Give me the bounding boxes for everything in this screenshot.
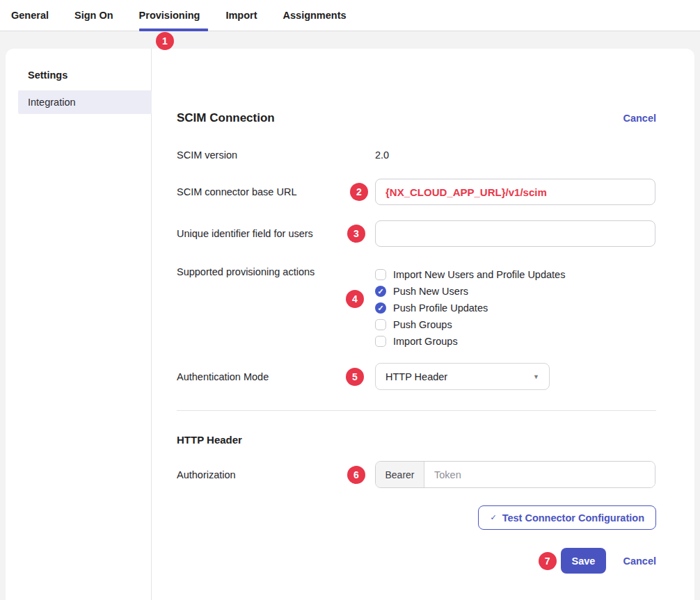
checkbox-label: Push New Users bbox=[393, 286, 468, 297]
scim-connection-panel: SCIM Connection Cancel SCIM version 2.0 … bbox=[152, 49, 694, 600]
auth-mode-row: Authentication Mode 5 HTTP Header ▼ bbox=[177, 363, 656, 390]
provisioning-actions-label: Supported provisioning actions bbox=[177, 266, 375, 277]
step-badge-1: 1 bbox=[156, 32, 174, 50]
base-url-label: SCIM connector base URL bbox=[177, 186, 375, 197]
test-connector-row: ✓ Test Connector Configuration bbox=[177, 505, 656, 530]
unique-identifier-label: Unique identifier field for users bbox=[177, 228, 375, 239]
checkbox-row-import-users[interactable]: Import New Users and Profile Updates bbox=[375, 266, 655, 283]
token-input[interactable] bbox=[424, 462, 655, 487]
checkbox-label: Import New Users and Profile Updates bbox=[393, 269, 565, 280]
provisioning-actions-row: Supported provisioning actions 4 Import … bbox=[177, 266, 656, 350]
auth-mode-selected-value: HTTP Header bbox=[385, 371, 447, 382]
tab-provisioning[interactable]: Provisioning bbox=[139, 0, 200, 31]
unique-identifier-row: Unique identifier field for users 3 bbox=[177, 220, 656, 247]
header-cancel-link[interactable]: Cancel bbox=[623, 113, 656, 124]
authorization-label: Authorization bbox=[177, 469, 375, 480]
checkbox-label: Import Groups bbox=[393, 336, 458, 347]
tab-general[interactable]: General bbox=[11, 0, 49, 31]
checkbox-row-push-profile-updates[interactable]: Push Profile Updates bbox=[375, 300, 655, 316]
section-divider bbox=[177, 410, 656, 411]
checkbox-row-push-groups[interactable]: Push Groups bbox=[375, 316, 655, 333]
step-badge-5: 5 bbox=[346, 368, 364, 386]
tab-sign-on[interactable]: Sign On bbox=[74, 0, 113, 31]
footer-cancel-link[interactable]: Cancel bbox=[623, 556, 656, 567]
base-url-row: SCIM connector base URL 2 bbox=[177, 179, 656, 205]
scim-version-value: 2.0 bbox=[375, 149, 389, 161]
bearer-prefix: Bearer bbox=[376, 462, 424, 487]
page-title: SCIM Connection bbox=[177, 111, 275, 125]
checkbox-row-import-groups[interactable]: Import Groups bbox=[375, 333, 655, 350]
base-url-input[interactable] bbox=[375, 179, 655, 205]
checkbox-import-groups[interactable] bbox=[375, 336, 386, 347]
http-header-section-title: HTTP Header bbox=[177, 434, 656, 446]
chevron-down-icon: ▼ bbox=[533, 373, 539, 380]
tab-assignments[interactable]: Assignments bbox=[283, 0, 347, 31]
step-badge-7: 7 bbox=[539, 552, 557, 570]
auth-mode-select[interactable]: HTTP Header ▼ bbox=[375, 363, 550, 390]
step-badge-2: 2 bbox=[350, 183, 368, 201]
checkbox-row-push-new-users[interactable]: Push New Users bbox=[375, 283, 655, 300]
save-button[interactable]: Save bbox=[561, 548, 607, 574]
step-badge-6: 6 bbox=[347, 466, 365, 484]
checkbox-push-new-users[interactable] bbox=[375, 286, 386, 297]
provisioning-card: Settings Integration SCIM Connection Can… bbox=[6, 49, 694, 600]
app-tab-bar: General Sign On Provisioning Import Assi… bbox=[0, 0, 700, 31]
page-background-strip bbox=[0, 31, 700, 49]
sidebar-item-integration[interactable]: Integration bbox=[18, 90, 152, 114]
scim-version-row: SCIM version 2.0 bbox=[177, 149, 656, 161]
form-footer: 7 Save Cancel bbox=[177, 548, 656, 574]
settings-sidebar: Settings Integration bbox=[6, 49, 152, 600]
provisioning-page: General Sign On Provisioning Import Assi… bbox=[0, 0, 700, 600]
step-badge-4: 4 bbox=[346, 290, 364, 308]
sidebar-header: Settings bbox=[6, 70, 151, 81]
checkbox-import-users[interactable] bbox=[375, 269, 386, 280]
scim-version-label: SCIM version bbox=[177, 149, 375, 161]
checkbox-label: Push Profile Updates bbox=[393, 302, 488, 314]
authorization-row: Authorization 6 Bearer bbox=[177, 461, 656, 488]
check-icon: ✓ bbox=[490, 513, 496, 522]
checkbox-label: Push Groups bbox=[393, 319, 452, 330]
test-connector-label: Test Connector Configuration bbox=[502, 512, 644, 524]
unique-identifier-input[interactable] bbox=[375, 220, 655, 247]
test-connector-button[interactable]: ✓ Test Connector Configuration bbox=[478, 505, 656, 530]
checkbox-push-profile-updates[interactable] bbox=[375, 302, 386, 314]
tab-import[interactable]: Import bbox=[225, 0, 257, 31]
step-badge-3: 3 bbox=[347, 225, 365, 243]
authorization-input-group: Bearer bbox=[375, 461, 655, 488]
checkbox-push-groups[interactable] bbox=[375, 319, 386, 330]
provisioning-actions-list: Import New Users and Profile Updates Pus… bbox=[375, 266, 655, 350]
